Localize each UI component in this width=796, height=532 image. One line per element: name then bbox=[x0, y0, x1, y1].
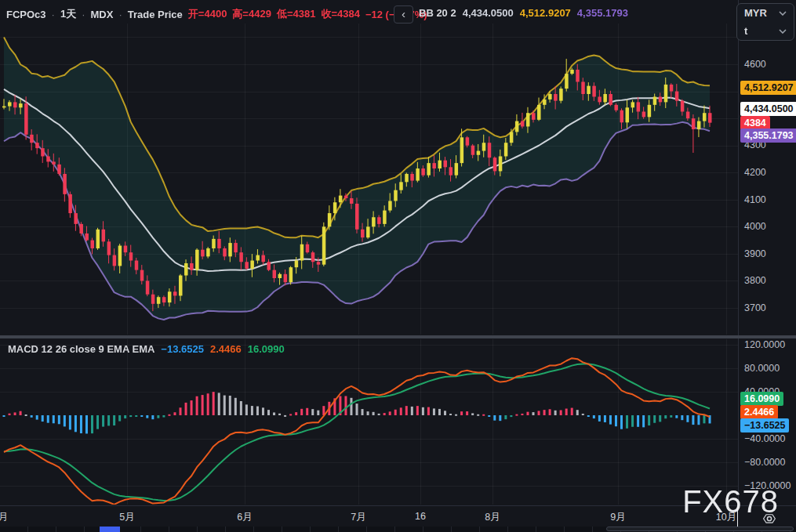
time-tick-label: 6月 bbox=[237, 511, 252, 524]
macd-title[interactable]: MACD 12 26 close 9 EMA EMA bbox=[8, 343, 154, 355]
fx678-watermark: FX678 bbox=[682, 486, 779, 517]
price-tick-label: 4000 bbox=[744, 221, 766, 232]
legend-separator: · bbox=[82, 9, 85, 20]
macd-badge: −13.6525 bbox=[740, 418, 789, 432]
price-badge: 4,512.9207 bbox=[740, 81, 796, 95]
legend-collapse-button[interactable]: ‹ bbox=[394, 5, 413, 24]
macd-line-value: 2.4466 bbox=[210, 343, 242, 355]
high-value: 高=4429 bbox=[232, 7, 271, 21]
price-badge: 4,434.0500 bbox=[740, 102, 796, 116]
unit-value: t bbox=[744, 25, 747, 37]
macd-hist-value: −13.6525 bbox=[161, 343, 204, 355]
series-type-label: Trade Price bbox=[128, 9, 183, 20]
price-tick-label: 4200 bbox=[744, 167, 766, 178]
unit-dropdown[interactable]: t bbox=[737, 23, 794, 40]
macd-tick-label: −40.0000 bbox=[744, 433, 785, 444]
price-tick-label: 4100 bbox=[744, 194, 766, 205]
chevron-down-icon bbox=[779, 29, 787, 34]
price-tick-label: 3700 bbox=[744, 302, 766, 313]
chevron-down-icon bbox=[779, 11, 787, 16]
bb-title[interactable]: BB 20 2 bbox=[419, 7, 456, 19]
bb-basis-value: 4,434.0500 bbox=[463, 7, 514, 19]
price-chart-canvas[interactable] bbox=[0, 0, 738, 505]
pane-divider-handle[interactable] bbox=[0, 335, 796, 338]
open-value: 开=4400 bbox=[188, 7, 227, 21]
macd-signal-value: 16.0990 bbox=[248, 343, 285, 355]
legend-separator: · bbox=[52, 9, 55, 20]
chart-window: FCPOc3 · 1天 · MDX · Trade Price 开=4400 高… bbox=[0, 0, 796, 532]
price-tick-label: 4600 bbox=[744, 59, 766, 70]
currency-value: MYR bbox=[744, 7, 767, 19]
currency-unit-panel: MYR t bbox=[736, 3, 794, 41]
price-tick-label: 3800 bbox=[744, 275, 766, 286]
price-tick-label: 3900 bbox=[744, 248, 766, 259]
macd-tick-label: 80.0000 bbox=[744, 363, 780, 374]
time-tick-label: 5月 bbox=[119, 511, 134, 524]
time-tick-label: 9月 bbox=[610, 511, 625, 524]
time-tick-label: 月 bbox=[0, 511, 8, 524]
currency-dropdown[interactable]: MYR bbox=[737, 5, 794, 22]
time-tick-label: 8月 bbox=[485, 511, 500, 524]
symbol-legend[interactable]: FCPOc3 · 1天 · MDX · Trade Price 开=4400 高… bbox=[6, 7, 427, 21]
exchange-label: MDX bbox=[91, 9, 114, 20]
macd-tick-label: −80.0000 bbox=[744, 457, 785, 468]
interval-label[interactable]: 1天 bbox=[60, 7, 76, 21]
low-value: 低=4381 bbox=[277, 7, 316, 21]
legend-separator: · bbox=[118, 9, 122, 20]
close-value: 收=4384 bbox=[321, 7, 360, 21]
time-tick-label: 7月 bbox=[351, 511, 365, 524]
macd-indicator-legend[interactable]: MACD 12 26 close 9 EMA EMA −13.6525 2.44… bbox=[8, 343, 285, 355]
macd-tick-label: 120.0000 bbox=[744, 339, 785, 350]
macd-badge: 16.0990 bbox=[740, 392, 783, 406]
bb-upper-value: 4,512.9207 bbox=[520, 7, 571, 19]
symbol-name[interactable]: FCPOc3 bbox=[6, 9, 46, 20]
price-scale-pane[interactable]: 46004300420041004000390038003700120.0000… bbox=[738, 0, 796, 505]
bb-indicator-legend[interactable]: BB 20 2 4,434.0500 4,512.9207 4,355.1793 bbox=[419, 7, 628, 19]
bottom-strip-active-segment[interactable] bbox=[100, 527, 120, 532]
macd-badge: 2.4466 bbox=[740, 405, 778, 419]
time-scale[interactable]: 月5月6月7月168月9月10月 bbox=[0, 505, 796, 527]
bb-lower-value: 4,355.1793 bbox=[577, 7, 628, 19]
price-badge: 4,355.1793 bbox=[740, 128, 796, 143]
time-tick-label: 16 bbox=[415, 511, 426, 522]
